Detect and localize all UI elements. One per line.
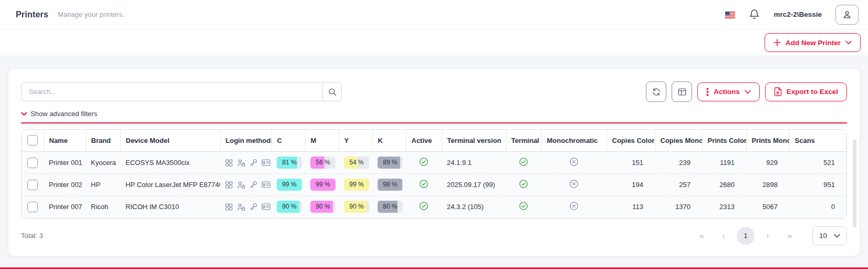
cell-toner-m: 99 %	[305, 174, 339, 196]
cell-terminal	[506, 174, 541, 196]
first-page-button[interactable]: «	[693, 227, 710, 245]
prev-page-button[interactable]: ‹	[715, 227, 733, 245]
column-header[interactable]: Brand	[86, 130, 120, 152]
page-title: Printers	[16, 10, 48, 19]
cell-brand: HP	[86, 174, 120, 196]
column-header[interactable]: C	[271, 130, 305, 152]
column-header[interactable]: Copies Mono	[655, 130, 702, 152]
column-header[interactable]: Scans	[789, 130, 846, 152]
toner-level-badge: 80 %	[378, 201, 403, 213]
column-header[interactable]: Login methods	[220, 130, 271, 152]
last-page-button[interactable]: »	[781, 227, 799, 245]
page-size-select[interactable]: 10	[812, 226, 847, 245]
show-advanced-filters-toggle[interactable]: Show advanced filters	[21, 110, 97, 118]
cell-active	[406, 174, 442, 196]
cell-name: Printer 002	[44, 174, 86, 196]
cell-toner-y: 54 %	[339, 152, 372, 174]
cell-copies-color: 194	[606, 174, 655, 196]
select-all-checkbox[interactable]	[27, 135, 38, 146]
export-to-excel-button[interactable]: Export to Excel	[765, 82, 847, 101]
actions-button[interactable]: Actions	[697, 82, 760, 101]
column-header[interactable]: Prints Color	[702, 130, 746, 152]
row-checkbox[interactable]	[27, 180, 38, 190]
cell-copies-color: 151	[606, 152, 655, 174]
language-flag-icon[interactable]	[725, 11, 735, 18]
key-icon	[249, 203, 257, 211]
excel-file-icon	[774, 87, 782, 96]
column-header[interactable]: Prints Mono	[746, 130, 789, 152]
row-select-cell	[22, 196, 44, 218]
chevron-down-icon	[745, 90, 751, 94]
search-input[interactable]	[21, 82, 322, 101]
plus-icon	[773, 39, 781, 46]
cell-name: Printer 007	[44, 196, 86, 218]
qr-code-icon	[225, 181, 233, 189]
toner-level-badge: 99 %	[310, 179, 336, 191]
key-icon	[249, 181, 257, 189]
cell-device-model: RICOH IM C3010	[120, 196, 220, 218]
cell-monochromatic	[541, 196, 606, 218]
id-card-icon	[262, 159, 270, 166]
check-circle-icon	[519, 157, 528, 167]
columns-layout-icon	[677, 87, 687, 97]
qr-code-icon	[225, 159, 233, 167]
toner-level-badge: 81 %	[277, 157, 302, 169]
cell-monochromatic	[541, 152, 606, 174]
toner-level-badge: 56 %	[310, 157, 336, 169]
check-circle-icon	[419, 157, 428, 167]
accent-divider	[21, 122, 847, 123]
row-select-cell	[22, 152, 44, 174]
row-checkbox[interactable]	[27, 158, 38, 168]
refresh-button[interactable]	[646, 81, 666, 102]
cell-login-methods	[220, 152, 271, 174]
notifications-bell-icon[interactable]	[749, 9, 760, 20]
actions-label: Actions	[714, 88, 740, 96]
toner-level-badge: 90 %	[277, 201, 302, 213]
next-page-button[interactable]: ›	[759, 227, 777, 245]
table-header-row: NameBrandDevice ModelLogin methodsCMYKAc…	[22, 130, 846, 152]
search-button[interactable]	[322, 82, 342, 101]
x-circle-icon	[569, 179, 579, 189]
cell-prints-mono: 5067	[746, 196, 789, 218]
toner-level-badge: 99 %	[277, 179, 302, 191]
x-circle-icon	[569, 157, 579, 167]
cell-name: Printer 001	[44, 152, 86, 174]
cell-toner-c: 90 %	[271, 196, 305, 218]
column-header[interactable]: Device Model	[120, 130, 220, 152]
cell-prints-mono: 929	[746, 152, 789, 174]
column-header[interactable]: Terminal version	[442, 130, 506, 152]
user-icon	[842, 9, 852, 20]
cell-scans: 0	[789, 196, 846, 218]
add-new-printer-button[interactable]: Add New Printer	[765, 33, 861, 52]
page-size-value: 10	[819, 232, 827, 240]
cell-prints-color: 1191	[702, 152, 746, 174]
row-checkbox[interactable]	[27, 202, 38, 212]
column-header[interactable]: Monochromatic	[541, 130, 606, 152]
cell-toner-y: 99 %	[339, 174, 372, 196]
cell-prints-color: 2313	[702, 196, 746, 218]
column-header[interactable]: Name	[44, 130, 86, 152]
column-settings-button[interactable]	[672, 81, 692, 102]
cell-copies-mono: 1370	[655, 196, 702, 218]
column-header[interactable]: Y	[339, 130, 372, 152]
column-header[interactable]: M	[305, 130, 339, 152]
cell-toner-c: 99 %	[271, 174, 305, 196]
column-header[interactable]: Terminal	[506, 130, 541, 152]
column-header[interactable]: Copies Color	[606, 130, 655, 152]
vertical-scrollbar[interactable]	[853, 139, 856, 227]
user-lock-icon	[237, 181, 245, 189]
column-header[interactable]: K	[372, 130, 406, 152]
table-body: Printer 001KyoceraECOSYS MA3500cix81 %56…	[22, 152, 846, 218]
user-menu-button[interactable]	[835, 5, 859, 25]
chevron-down-icon	[845, 40, 852, 45]
top-header: Printers Manage your printers. mrc2-2\Be…	[0, 0, 868, 29]
column-header[interactable]: Active	[406, 130, 442, 152]
cell-scans: 521	[789, 152, 846, 174]
toner-level-badge: 89 %	[378, 157, 403, 169]
cell-toner-c: 81 %	[271, 152, 305, 174]
cell-copies-mono: 239	[655, 152, 702, 174]
cell-toner-k: 89 %	[372, 152, 406, 174]
current-page-button[interactable]: 1	[737, 227, 755, 245]
cell-login-methods	[220, 196, 271, 218]
kebab-dots-icon	[706, 88, 709, 96]
